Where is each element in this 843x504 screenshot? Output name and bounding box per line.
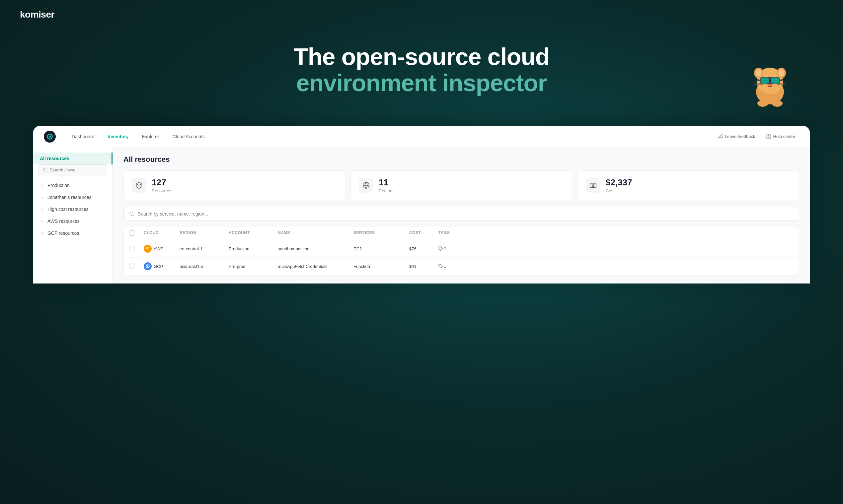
row1-tags: 2 (438, 246, 465, 251)
tag-icon-row2 (438, 264, 443, 269)
hero-line2: environment inspector (20, 70, 823, 96)
sidebar-item-production[interactable]: ☆ Production (33, 179, 113, 191)
jonathans-resources-label: Jonathan's resources (48, 195, 91, 200)
th-region: Region (179, 231, 226, 236)
regions-icon (359, 178, 373, 193)
sidebar-item-gcp-resources[interactable]: ☆ GCP resources (33, 227, 113, 239)
sidebar: All resources ☆ Production ☆ Jonathan's … (33, 147, 113, 284)
help-icon (766, 134, 771, 139)
resources-count: 127 (152, 177, 172, 188)
app-window: Dashboard Inventory Explorer Cloud Accou… (33, 126, 810, 284)
hero-section: The open-source cloud environment inspec… (20, 31, 823, 126)
nav-logo (44, 131, 56, 143)
resource-search-bar (123, 207, 799, 221)
row2-tags: 1 (438, 264, 465, 269)
star-icon-production: ☆ (40, 183, 44, 188)
th-name: Name (278, 231, 351, 236)
feedback-icon (718, 134, 723, 139)
hero-line1: The open-source cloud (20, 44, 823, 70)
aws-resources-label: AWS resources (48, 218, 80, 224)
svg-point-5 (778, 69, 784, 77)
nav-item-explorer[interactable]: Explorer (137, 131, 165, 142)
stat-card-regions: 11 Regions (350, 170, 572, 200)
sidebar-item-jonathans-resources[interactable]: ☆ Jonathan's resources (33, 191, 113, 203)
cost-icon (586, 178, 600, 193)
row1-cloud: AWS (144, 245, 177, 253)
aws-cloud-icon (144, 245, 152, 253)
th-cost: Cost (409, 231, 436, 236)
row1-select[interactable] (129, 246, 134, 251)
svg-line-16 (777, 85, 787, 85)
cost-label: Cost (606, 188, 632, 193)
svg-point-26 (44, 168, 46, 171)
row1-account: Production (229, 246, 275, 251)
nav-logo-icon (47, 133, 53, 140)
select-all-checkbox[interactable] (129, 231, 134, 236)
star-icon-high-cost: ☆ (40, 206, 44, 212)
th-services: Services (354, 231, 407, 236)
gcp-resources-label: GCP resources (48, 231, 79, 236)
row1-cost: $76 (409, 246, 436, 251)
main-content: All resources 127 Reso (113, 147, 810, 284)
high-cost-resources-label: High cost resources (48, 206, 89, 212)
row1-service: EC2 (354, 246, 407, 251)
row1-checkbox[interactable] (129, 246, 141, 251)
row2-checkbox[interactable] (129, 264, 141, 269)
th-account: Account (229, 231, 275, 236)
nav-item-dashboard[interactable]: Dashboard (66, 131, 100, 142)
row2-select[interactable] (129, 264, 134, 269)
star-icon-aws: ☆ (40, 218, 44, 224)
table-row[interactable]: GCP asia-east1-a Pre-prod mainAppFetchCr… (124, 258, 799, 275)
search-views-box (38, 164, 107, 175)
production-label: Production (48, 183, 70, 188)
svg-rect-19 (771, 77, 779, 84)
hero-text: The open-source cloud environment inspec… (20, 40, 823, 96)
star-icon-jonathan: ☆ (40, 195, 44, 200)
cost-value: $2,337 (606, 177, 632, 188)
svg-point-23 (757, 100, 768, 107)
row2-name: mainAppFetchCredentials (278, 264, 351, 269)
row2-cloud-name: GCP (154, 264, 163, 269)
table-row[interactable]: AWS eu-central-1 Production sandbox-bast… (124, 240, 799, 258)
svg-point-4 (756, 69, 762, 77)
row2-account: Pre-prod (229, 264, 275, 269)
table-header: Cloud Region Account Name Services Cost … (124, 227, 799, 240)
top-section: komiser (0, 0, 843, 284)
search-bar-icon (129, 211, 134, 217)
row1-tag-count: 2 (444, 246, 446, 251)
th-cloud: Cloud (144, 231, 177, 236)
search-views-input[interactable] (49, 167, 103, 173)
svg-rect-20 (769, 79, 771, 82)
leave-feedback-button[interactable]: Leave feedback (713, 131, 759, 142)
svg-point-24 (772, 100, 782, 107)
star-icon-gcp: ☆ (40, 231, 44, 236)
sidebar-item-high-cost-resources[interactable]: ☆ High cost resources (33, 203, 113, 215)
resource-search-input[interactable] (138, 211, 794, 217)
row2-cost: $41 (409, 264, 436, 269)
row2-service: Function (354, 264, 407, 269)
nav-item-inventory[interactable]: Inventory (103, 131, 134, 142)
row1-name: sandbox-bastion (278, 246, 351, 251)
svg-rect-18 (761, 77, 769, 84)
gcp-cloud-icon (144, 262, 152, 270)
sidebar-item-all-resources[interactable]: All resources (33, 152, 113, 164)
svg-point-33 (130, 212, 134, 216)
all-resources-label: All resources (40, 156, 69, 161)
th-tags: Tags (438, 231, 465, 236)
sidebar-item-aws-resources[interactable]: ☆ AWS resources (33, 215, 113, 227)
th-checkbox (129, 231, 141, 236)
resources-icon (132, 178, 147, 193)
help-center-button[interactable]: Help center (762, 131, 799, 142)
row2-region: asia-east1-a (179, 264, 226, 269)
row2-tag-count: 1 (444, 264, 446, 269)
mascot-image (743, 57, 796, 110)
row2-cloud: GCP (144, 262, 177, 270)
stat-card-cost: $2,337 Cost (578, 170, 799, 200)
search-icon (43, 168, 47, 173)
nav-item-cloud-accounts[interactable]: Cloud Accounts (167, 131, 210, 142)
tag-icon-row1 (438, 246, 443, 251)
row1-region: eu-central-1 (179, 246, 226, 251)
regions-label: Regions (379, 188, 395, 193)
page-title: All resources (123, 155, 799, 164)
svg-line-14 (753, 85, 763, 85)
